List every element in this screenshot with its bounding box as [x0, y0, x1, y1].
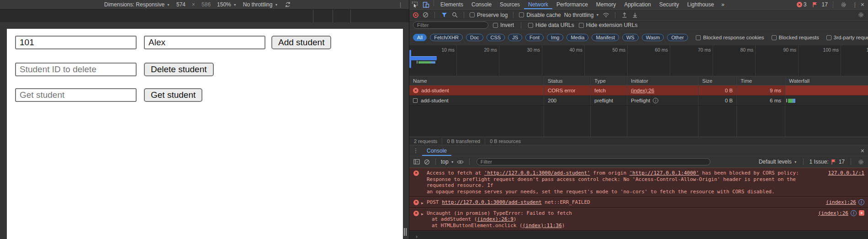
devtools-menu-icon[interactable]: ⋮: [852, 1, 858, 8]
network-conditions-icon[interactable]: [602, 11, 609, 19]
network-settings-gear-icon[interactable]: [857, 11, 864, 19]
network-overview-timeline[interactable]: 10 ms 20 ms 30 ms 40 ms 50 ms 60 ms 70 m…: [409, 45, 868, 76]
related-issue-icon[interactable]: i: [858, 199, 864, 205]
source-link[interactable]: (index):26: [818, 210, 848, 217]
col-type[interactable]: Type: [591, 76, 627, 85]
filter-pill-doc[interactable]: Doc: [466, 34, 483, 41]
throttling-select[interactable]: No throttling ▼: [243, 1, 278, 8]
url-link[interactable]: http://127.0.0.1:3000/add-student: [442, 199, 542, 205]
console-error-uncaught[interactable]: × ▶ (index):26 i × Uncaught (in promise)…: [409, 208, 868, 231]
col-size[interactable]: Size: [699, 76, 737, 85]
tab-performance[interactable]: Performance: [552, 0, 592, 9]
get-id-input[interactable]: [15, 88, 137, 102]
url-link[interactable]: 'http://127.0.0.1:4000': [630, 170, 699, 176]
viewport-height-field[interactable]: 586: [201, 1, 211, 8]
related-issue-icon[interactable]: i: [851, 210, 857, 216]
delete-student-button[interactable]: Delete student: [144, 63, 214, 76]
filter-pill-other[interactable]: Other: [667, 34, 688, 41]
filter-pill-all[interactable]: All: [413, 34, 427, 41]
invert-checkbox[interactable]: [493, 23, 498, 28]
col-name[interactable]: Name: [409, 76, 544, 85]
console-context-select[interactable]: top ▼: [441, 159, 454, 165]
tab-console[interactable]: Console: [467, 0, 496, 9]
student-name-input[interactable]: [144, 36, 265, 49]
request-row-add-student-preflight[interactable]: add-student 200 preflight Preflight i 0 …: [409, 96, 868, 106]
clear-network-log-icon[interactable]: [422, 11, 429, 19]
console-issues-badge[interactable]: 1 Issue: 17: [810, 158, 845, 165]
filter-pill-img[interactable]: Img: [547, 34, 563, 41]
inspect-element-icon[interactable]: [411, 1, 418, 8]
col-time[interactable]: Time: [737, 76, 785, 85]
filter-pill-js[interactable]: JS: [508, 34, 522, 41]
tab-memory[interactable]: Memory: [592, 0, 620, 9]
disable-cache-checkbox[interactable]: [519, 12, 524, 17]
error-count-badge[interactable]: × 3: [797, 1, 807, 8]
overview-selected-range[interactable]: [411, 56, 437, 60]
preserve-log-checkbox[interactable]: [470, 12, 475, 17]
live-expression-eye-icon[interactable]: [457, 158, 464, 165]
expand-triangle-icon[interactable]: ▶: [421, 211, 423, 218]
search-icon[interactable]: [451, 11, 458, 19]
export-har-icon[interactable]: [631, 11, 639, 19]
tab-elements[interactable]: Elements: [436, 0, 467, 9]
expand-triangle-icon[interactable]: ▶: [421, 200, 423, 207]
console-prompt[interactable]: ›: [409, 231, 868, 239]
console-error-post-failed[interactable]: × ▶ (index):26 i POST http://127.0.0.1:3…: [409, 197, 868, 208]
stack-link[interactable]: (index):11:36: [523, 223, 562, 228]
zoom-select[interactable]: 150% ▼: [217, 1, 237, 8]
console-sidebar-toggle-icon[interactable]: [413, 158, 420, 165]
tab-lighthouse[interactable]: Lighthouse: [683, 0, 718, 9]
delete-id-input[interactable]: [15, 63, 137, 76]
close-drawer-icon[interactable]: ×: [861, 147, 864, 154]
issues-count-badge[interactable]: 17: [809, 1, 827, 8]
get-student-button[interactable]: Get student: [144, 88, 202, 102]
filter-pill-wasm[interactable]: Wasm: [642, 34, 664, 41]
device-toolbar-toggle-icon[interactable]: [422, 1, 429, 8]
request-row-add-student-error[interactable]: × add-student CORS error fetch (index):2…: [409, 85, 868, 96]
console-settings-gear-icon[interactable]: [857, 158, 864, 165]
filter-pill-fetch-xhr[interactable]: Fetch/XHR: [430, 34, 463, 41]
student-id-input[interactable]: [15, 36, 137, 49]
tab-sources[interactable]: Sources: [496, 0, 524, 9]
filter-pill-manifest[interactable]: Manifest: [592, 34, 619, 41]
stack-link[interactable]: (index):26:9: [477, 216, 513, 222]
third-party-checkbox[interactable]: [826, 35, 831, 40]
clear-console-icon[interactable]: [423, 158, 430, 165]
more-tabs-icon[interactable]: »: [718, 0, 728, 9]
col-waterfall[interactable]: Waterfall: [785, 76, 868, 85]
rotate-viewport-icon[interactable]: [284, 1, 291, 8]
import-har-icon[interactable]: [621, 11, 628, 19]
hide-data-urls-checkbox[interactable]: [528, 23, 533, 28]
pane-resize-handle[interactable]: [404, 228, 408, 236]
filter-pill-ws[interactable]: WS: [622, 34, 639, 41]
device-type-select[interactable]: Dimensions: Responsive ▼: [104, 1, 170, 8]
hide-extension-urls-checkbox[interactable]: [579, 23, 584, 28]
record-network-log-icon[interactable]: [413, 12, 418, 18]
filter-pill-media[interactable]: Media: [566, 34, 588, 41]
add-student-button[interactable]: Add student: [271, 36, 331, 49]
col-status[interactable]: Status: [544, 76, 591, 85]
console-error-cors[interactable]: × 127.0.0.1/:1 Access to fetch at 'http:…: [409, 168, 868, 197]
tab-security[interactable]: Security: [655, 0, 683, 9]
blocked-cookies-checkbox[interactable]: [696, 35, 701, 40]
initiator-preflight[interactable]: Preflight: [631, 98, 650, 103]
tab-application[interactable]: Application: [620, 0, 655, 9]
network-throttling-select[interactable]: No throttling ▼: [564, 12, 599, 18]
tab-network[interactable]: Network: [524, 0, 552, 9]
console-filter-input[interactable]: [476, 158, 710, 165]
log-levels-select[interactable]: Default levels ▼: [759, 159, 797, 165]
filter-pill-css[interactable]: CSS: [487, 34, 505, 41]
close-devtools-icon[interactable]: ×: [861, 1, 864, 8]
network-filter-input[interactable]: [413, 21, 488, 29]
source-link[interactable]: (index):26: [826, 199, 856, 206]
viewport-width-field[interactable]: 574: [176, 1, 185, 8]
filter-funnel-icon[interactable]: [440, 11, 448, 19]
drawer-tab-console[interactable]: Console: [422, 145, 451, 156]
device-toolbar-menu-icon[interactable]: ⋮: [397, 1, 403, 8]
col-initiator[interactable]: Initiator: [627, 76, 699, 85]
blocked-requests-checkbox[interactable]: [772, 35, 777, 40]
info-icon[interactable]: i: [653, 98, 658, 103]
drawer-menu-icon[interactable]: ⋮: [412, 147, 419, 154]
initiator-link[interactable]: (index):26: [631, 88, 654, 93]
url-link[interactable]: 'http://127.0.0.1:3000/add-student': [484, 170, 590, 176]
